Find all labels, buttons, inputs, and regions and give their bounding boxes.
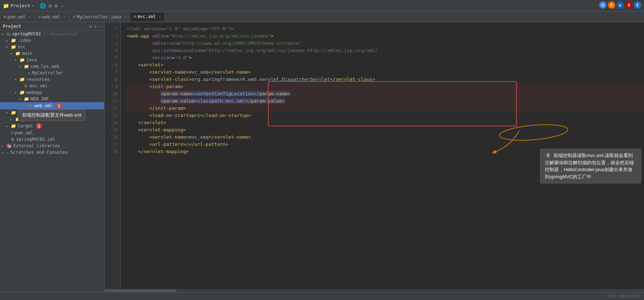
tab-pom-close[interactable]: ✕ [28, 15, 31, 19]
sidebar-item-idea[interactable]: 📁 .idea [0, 37, 104, 44]
mycontroller-icon: c [73, 14, 75, 19]
editor-area[interactable]: 1 ▾2 3 4 5 ▾6 7 8 ▾9 10 11 12 13 14 ▾15 … [105, 22, 644, 292]
sidebar-icon-2[interactable]: ≡ [94, 24, 97, 29]
firefox-icon[interactable]: F [608, 1, 615, 9]
sidebar-item-target[interactable]: 📁 target 1 [0, 122, 104, 130]
test-folder-icon: 📁 [11, 110, 16, 115]
tab-webxml[interactable]: w web.xml ✕ [35, 13, 69, 21]
arrow-springmvc02 [1, 32, 5, 36]
sidebar-item-src[interactable]: 📁 src [0, 44, 104, 50]
line-num-9: ▾9 [105, 83, 120, 90]
tab-pom[interactable]: m pom.xml ✕ [0, 13, 35, 21]
arrow-webinf [19, 97, 22, 101]
resources-folder-icon: 📁 [19, 77, 25, 82]
arrow-java2 [10, 117, 14, 121]
sidebar-item-webapp[interactable]: 📁 webapp [0, 89, 104, 96]
toolbar-icon-2[interactable]: ≡ [49, 3, 52, 9]
iml-label: springMVC02.iml [16, 137, 55, 142]
horizontal-scrollbar[interactable] [105, 289, 644, 292]
line-num-7: 7 [105, 69, 120, 76]
scrollbar-thumb [105, 289, 177, 292]
extlib-icon: 📚 [6, 143, 12, 148]
code-line-15: <servlet-mapping> [127, 126, 644, 134]
sidebar-item-comlywxweb[interactable]: 📁 com.lyx.web [0, 63, 104, 70]
tab-webxml-close[interactable]: ✕ [63, 15, 65, 19]
sidebar-item-mvcxml[interactable]: 🗎 mvc.xml [0, 83, 104, 89]
opera-icon[interactable]: O [625, 1, 632, 9]
pomxml-label: pom.xml [15, 130, 33, 135]
sidebar-item-resources[interactable]: 📁 resources [0, 76, 104, 83]
line-num-10: 10 [105, 90, 120, 97]
line-num-14: 14 [105, 119, 120, 126]
sidebar-icon-3[interactable]: — [99, 24, 101, 29]
main-folder-icon: 📁 [15, 51, 21, 56]
code-line-14: </servlet> [127, 119, 644, 126]
code-line-13: <load-on-startup>1</load-on-startup> [127, 112, 644, 119]
line-num-4: 4 [105, 47, 120, 54]
arrow-resources [14, 78, 18, 82]
edge-icon[interactable]: E [634, 1, 641, 9]
sidebar-item-springmvc02iml[interactable]: 🗎 springMVC02.iml [0, 136, 104, 143]
webxml-file-label: web.xml [34, 103, 53, 108]
project-dropdown-icon[interactable]: ▾ [32, 4, 34, 8]
annotation-tooltip-1: 前端控制器配置文件web.xml [18, 109, 85, 121]
tab-pom-label: pom.xml [8, 14, 26, 19]
code-line-3: xmlns:xsi="http://www.w3.org/2001/XMLSch… [127, 40, 644, 47]
annotation-1-text: 前端控制器配置文件web.xml [22, 112, 81, 118]
ide-container: 📁 Project ▾ 🌐 ≡ ⚙ — G F e O E m pom.xml … [0, 0, 644, 300]
sidebar-item-java[interactable]: 📁 java [0, 57, 104, 63]
project-folder-icon: 🗂 [6, 31, 11, 36]
watermark-text: CSDN @素心如月砥 [607, 294, 641, 299]
annotation-tooltip-2: 2 前端控制器读取mvc.xml,读取就会看到注解驱动和注解扫描的包位置，就会把… [540, 149, 641, 183]
java-folder-icon: 📁 [19, 57, 25, 62]
line-num-17: 17 [105, 141, 120, 148]
webxml-icon: w [38, 14, 41, 19]
code-line-8: <servlet-class>org.springframework.web.s… [127, 76, 644, 83]
ie-icon[interactable]: e [617, 1, 624, 9]
arrow-main [10, 52, 14, 56]
toolbar-icon-3[interactable]: ⚙ [54, 3, 57, 9]
tab-mycontroller-close[interactable]: ✕ [124, 15, 126, 19]
code-line-9: <init-param> [127, 83, 644, 90]
webapp-label: webapp [26, 90, 42, 95]
java-label: java [26, 57, 37, 62]
comlywxweb-folder-icon: 📁 [24, 64, 29, 69]
arrow-src [6, 45, 9, 49]
webxml-file-icon-sidebar: 🗎 [28, 104, 32, 108]
main-label: main [22, 51, 32, 56]
code-line-10: <param-name>contextConfigLocation</param… [127, 90, 644, 97]
iml-icon: 🗎 [11, 137, 15, 142]
fold-15: ▾ [107, 126, 111, 134]
toolbar-icon-1[interactable]: 🌐 [40, 3, 46, 9]
arrow-extlib [1, 144, 5, 148]
arrow-test [6, 111, 9, 115]
code-line-6: <servlet> [127, 61, 644, 69]
annotation-badge-2: 2 [545, 152, 551, 158]
sidebar-item-mycontroller[interactable]: c MyController [0, 70, 104, 76]
target-badge: 1 [36, 123, 42, 129]
tab-webxml-label: web.xml [42, 14, 61, 19]
mvcxml-icon: m [134, 14, 136, 19]
tab-mvcxml[interactable]: m mvc.xml ✕ [130, 13, 165, 21]
toolbar-icon-4[interactable]: — [61, 3, 63, 9]
mycontroller-file-label: MyController [32, 70, 63, 75]
sidebar-item-springmvc02[interactable]: 🗂 springMVC02 C:\MyLearningF [0, 31, 104, 37]
sidebar-item-scratches[interactable]: ✏ Scratches and Consoles [0, 149, 104, 156]
springmvc02-label: springMVC02 [12, 31, 41, 36]
sidebar-icon-1[interactable]: ⚙ [89, 24, 92, 29]
extlib-label: External Libraries [13, 143, 60, 148]
chrome-icon[interactable]: G [599, 1, 606, 9]
sidebar-item-main[interactable]: 📁 main [0, 50, 104, 57]
sidebar-item-webxml[interactable]: 🗎 web.xml 1 前端控制器配置文件web.xml [0, 102, 104, 109]
webapp-folder-icon: 📁 [19, 90, 25, 95]
comlywxweb-label: com.lyx.web [31, 64, 59, 69]
sidebar-item-pomxml[interactable]: m pom.xml [0, 130, 104, 136]
line-num-2: ▾2 [105, 32, 120, 40]
arrow-idea [6, 39, 9, 43]
sidebar-item-webinf[interactable]: 📁 WEB-INF [0, 96, 104, 102]
tab-mvcxml-close[interactable]: ✕ [159, 14, 161, 18]
idea-folder-icon: 📁 [11, 38, 16, 43]
tab-mycontroller[interactable]: c MyController.java ✕ [69, 13, 130, 21]
sidebar-item-extlib[interactable]: 📚 External Libraries [0, 143, 104, 149]
sidebar-header-icons: ⚙ ≡ — [89, 24, 101, 29]
